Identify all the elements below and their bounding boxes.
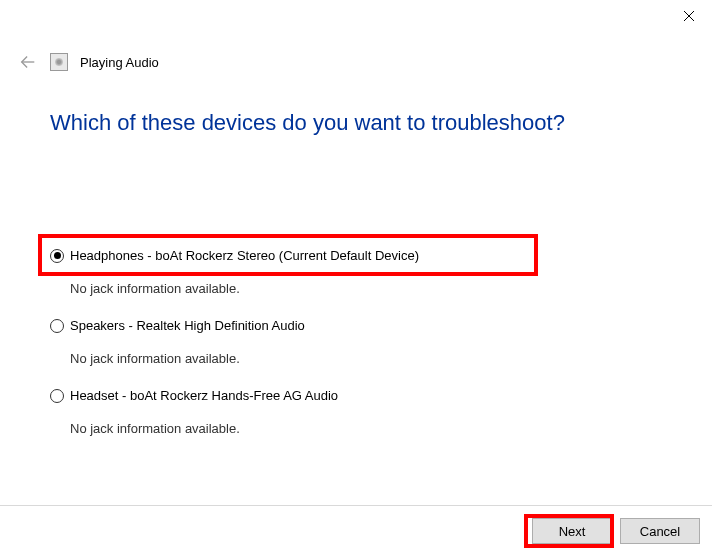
audio-icon — [50, 53, 68, 71]
device-option-headset[interactable]: Headset - boAt Rockerz Hands-Free AG Aud… — [50, 388, 620, 436]
device-label: Headphones - boAt Rockerz Stereo (Curren… — [70, 248, 419, 263]
device-list: Headphones - boAt Rockerz Stereo (Curren… — [50, 248, 620, 458]
titlebar — [0, 0, 712, 40]
close-button[interactable] — [666, 0, 712, 32]
device-sublabel: No jack information available. — [70, 421, 620, 436]
footer: Next Cancel — [532, 518, 700, 544]
footer-divider — [0, 505, 712, 506]
radio-icon — [50, 389, 64, 403]
close-icon — [683, 10, 695, 22]
header: Playing Audio — [18, 52, 159, 72]
next-button[interactable]: Next — [532, 518, 612, 544]
back-arrow-icon — [19, 53, 37, 71]
window-title: Playing Audio — [80, 55, 159, 70]
back-button[interactable] — [18, 52, 38, 72]
device-option-speakers[interactable]: Speakers - Realtek High Definition Audio… — [50, 318, 620, 366]
device-option-headphones[interactable]: Headphones - boAt Rockerz Stereo (Curren… — [50, 248, 620, 296]
radio-icon — [50, 319, 64, 333]
radio-icon — [50, 249, 64, 263]
page-heading: Which of these devices do you want to tr… — [50, 110, 565, 136]
device-label: Speakers - Realtek High Definition Audio — [70, 318, 305, 333]
cancel-button[interactable]: Cancel — [620, 518, 700, 544]
device-label: Headset - boAt Rockerz Hands-Free AG Aud… — [70, 388, 338, 403]
device-sublabel: No jack information available. — [70, 281, 620, 296]
device-sublabel: No jack information available. — [70, 351, 620, 366]
